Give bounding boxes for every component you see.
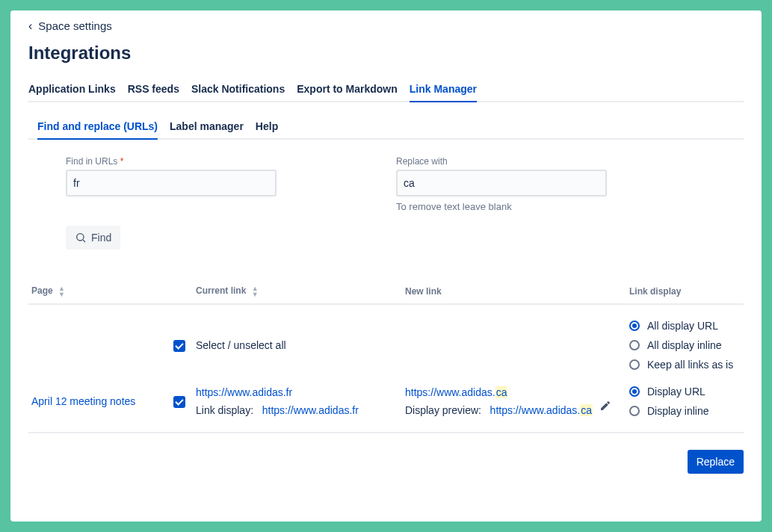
integration-tabs: Application Links RSS feeds Slack Notifi… <box>28 78 744 102</box>
tab-slack-notifications[interactable]: Slack Notifications <box>191 78 285 102</box>
replace-input[interactable] <box>396 170 607 197</box>
search-icon <box>75 232 87 244</box>
pencil-icon[interactable] <box>599 400 611 412</box>
display-preview-value[interactable]: https://www.adidas.ca <box>490 404 593 416</box>
page-title: Integrations <box>28 43 744 64</box>
display-preview-label: Display preview: <box>405 404 481 416</box>
radio-all-display-url[interactable] <box>629 321 640 331</box>
current-display-value[interactable]: https://www.adidas.fr <box>262 404 359 416</box>
tab-application-links[interactable]: Application Links <box>28 78 116 102</box>
select-all-label: Select / unselect all <box>196 339 286 351</box>
th-current-link[interactable]: Current link ▲▼ <box>193 279 402 304</box>
replace-helper: To remove text leave blank <box>396 201 607 212</box>
select-all-checkbox[interactable] <box>173 340 185 352</box>
tab-export-markdown[interactable]: Export to Markdown <box>297 78 398 102</box>
tab-rss-feeds[interactable]: RSS feeds <box>128 78 179 102</box>
th-new-link: New link <box>402 279 626 304</box>
subtab-find-replace[interactable]: Find and replace (URLs) <box>37 117 158 140</box>
link-display-label: Link display: <box>196 404 253 416</box>
table-row: April 12 meeting notes https://www.adida… <box>28 378 744 433</box>
replace-button[interactable]: Replace <box>688 450 744 474</box>
radio-keep-links[interactable] <box>629 359 640 370</box>
radio-display-inline[interactable] <box>629 406 640 416</box>
breadcrumb-label: Space settings <box>38 19 111 32</box>
subtab-label-manager[interactable]: Label manager <box>170 117 244 140</box>
find-button[interactable]: Find <box>66 226 120 250</box>
find-label: Find in URLs * <box>66 156 277 167</box>
tab-link-manager[interactable]: Link Manager <box>410 78 477 102</box>
svg-line-1 <box>83 240 85 242</box>
subtab-help[interactable]: Help <box>256 117 278 140</box>
page-link[interactable]: April 12 meeting notes <box>31 395 135 407</box>
sort-icon: ▲▼ <box>252 285 259 297</box>
find-input[interactable] <box>66 170 277 197</box>
select-all-row: Select / unselect all All display URL Al… <box>28 304 744 378</box>
results-table: Page ▲▼ Current link ▲▼ New link Link di… <box>28 279 744 433</box>
th-link-display: Link display <box>626 279 744 304</box>
svg-point-0 <box>77 234 84 241</box>
radio-all-display-inline[interactable] <box>629 340 640 350</box>
row-checkbox[interactable] <box>173 396 185 408</box>
current-url[interactable]: https://www.adidas.fr <box>196 386 292 398</box>
new-url[interactable]: https://www.adidas.ca <box>405 386 507 398</box>
back-to-space-settings[interactable]: ‹ Space settings <box>28 19 112 32</box>
replace-label: Replace with <box>396 156 607 167</box>
chevron-left-icon: ‹ <box>28 20 32 32</box>
link-manager-subtabs: Find and replace (URLs) Label manager He… <box>28 117 744 140</box>
th-page[interactable]: Page ▲▼ <box>28 279 170 304</box>
sort-icon: ▲▼ <box>58 285 65 297</box>
radio-display-url[interactable] <box>629 386 640 397</box>
